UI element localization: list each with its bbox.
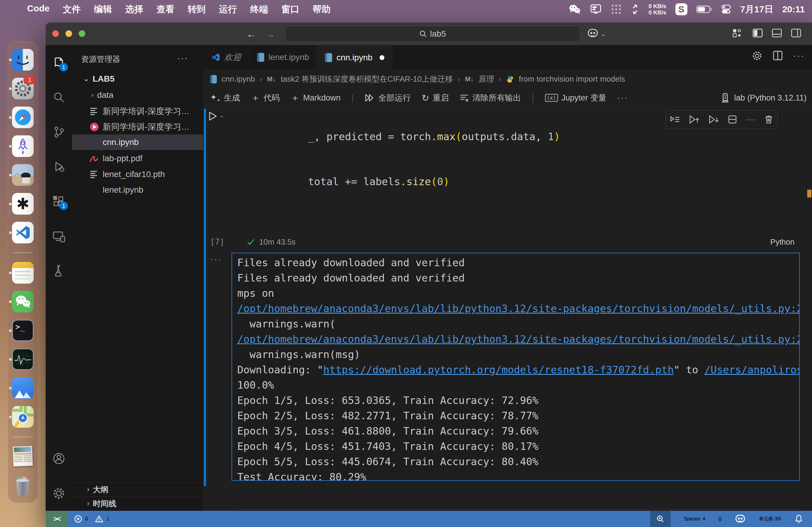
tree-item-lab-ppt-pdf[interactable]: lab-ppt.pdf (72, 151, 203, 166)
dock-activity-monitor[interactable] (12, 348, 34, 370)
output-more-actions[interactable]: ··· (210, 254, 222, 264)
menu-run[interactable]: 运行 (219, 3, 237, 16)
add-code-cell-button[interactable]: ＋ 代码 (251, 92, 280, 104)
more-actions-icon[interactable]: ··· (793, 50, 805, 61)
tree-item-data[interactable]: › data (72, 87, 203, 103)
warnings-count[interactable]: 1 (106, 516, 109, 522)
menu-view[interactable]: 查看 (157, 3, 174, 16)
menubar-date[interactable]: 7月17日 (740, 3, 773, 16)
manage-gear-icon[interactable] (52, 487, 66, 500)
generate-button[interactable]: ✦✦ 生成 (210, 92, 240, 103)
dock-vscode[interactable] (12, 222, 34, 243)
dock-system-settings[interactable]: 1 (12, 78, 34, 99)
breadcrumb-symbol[interactable]: from torchvision import models (519, 74, 625, 84)
dirty-dot-icon[interactable] (380, 55, 385, 60)
dock-notes[interactable] (12, 262, 34, 284)
search-sidebar-icon[interactable] (52, 91, 66, 104)
source-control-icon[interactable] (52, 125, 66, 139)
close-window-button[interactable] (52, 30, 59, 37)
errors-count[interactable]: 0 (85, 516, 88, 522)
dock-document-stack[interactable] (12, 446, 34, 468)
cell-output[interactable]: Files already downloaded and verified Fi… (232, 253, 800, 481)
dock-chatgpt[interactable]: ✱ (12, 193, 34, 214)
tree-root-lab5[interactable]: ⌄ LAB5 (72, 71, 203, 87)
cell-indicator[interactable]: 单元格 3/5 (759, 516, 781, 522)
testing-beaker-icon[interactable] (52, 264, 66, 277)
minimize-window-button[interactable] (66, 30, 72, 37)
restart-button[interactable]: ↻ 重启 (422, 92, 449, 103)
menu-window[interactable]: 窗口 (281, 3, 300, 16)
menu-terminal[interactable]: 终端 (250, 3, 268, 16)
remote-indicator[interactable]: >< (46, 511, 68, 527)
execute-cells-in-section-icon[interactable] (670, 115, 680, 124)
chevron-down-icon[interactable]: ⌄ (600, 30, 606, 38)
dock-safari[interactable] (12, 107, 34, 128)
menu-selection[interactable]: 选择 (125, 3, 143, 16)
run-options-chevron-icon[interactable]: ⌄ (219, 112, 224, 119)
delete-cell-icon[interactable] (764, 115, 773, 124)
clear-outputs-button[interactable]: 清除所有输出 (460, 92, 521, 103)
back-button[interactable]: ← (246, 28, 257, 40)
dock-maps[interactable] (12, 406, 34, 428)
split-cell-icon[interactable] (728, 115, 737, 124)
menu-go[interactable]: 转到 (188, 3, 206, 16)
tree-item-cnn-ipynb[interactable]: cnn.ipynb (72, 134, 203, 150)
dock-trash[interactable] (12, 475, 34, 497)
menu-edit[interactable]: 编辑 (94, 3, 112, 16)
surge-menubar-icon[interactable]: S (676, 3, 687, 15)
toggle-panel-icon[interactable] (772, 28, 782, 38)
menu-file[interactable]: 文件 (63, 3, 81, 16)
tab-cnn-ipynb[interactable]: cnn.ipynb (317, 45, 392, 70)
dock-rocket-app[interactable] (12, 135, 34, 157)
network-arrows-icon[interactable] (630, 4, 640, 15)
network-speed[interactable]: 0 KB/s0 KB/s (649, 3, 666, 16)
notifications-bell-icon[interactable] (795, 514, 803, 523)
tree-item-doc1[interactable]: 新同学培训-深度学习… (72, 104, 203, 119)
dock-terminal[interactable]: >_ (12, 320, 34, 341)
breadcrumb-principle[interactable]: 原理 (478, 74, 494, 84)
add-markdown-cell-button[interactable]: ＋ Markdown (291, 92, 341, 104)
control-center-icon[interactable] (721, 4, 731, 14)
braces-indicator[interactable]: {} (719, 516, 722, 522)
notebook-settings-gear-icon[interactable] (752, 50, 763, 61)
spaces-indicator[interactable]: Spaces: 4 (684, 516, 705, 522)
explorer-more-actions[interactable]: ··· (177, 53, 188, 63)
menu-app-name[interactable]: Code (27, 3, 49, 16)
extensions-icon[interactable]: 1 (52, 195, 66, 208)
run-all-button[interactable]: 全部运行 (365, 92, 411, 103)
tab-lenet-ipynb[interactable]: lenet.ipynb (249, 45, 317, 70)
dock-preview-window[interactable] (12, 164, 34, 186)
tree-item-media[interactable]: 新同学培训-深度学习… (72, 119, 203, 135)
warnings-icon[interactable] (95, 515, 104, 523)
battery-icon[interactable] (696, 5, 712, 13)
explorer-icon[interactable]: 1 (52, 57, 66, 70)
dock-wechat[interactable] (12, 291, 34, 313)
menubar-clock[interactable]: 20:11 (782, 4, 805, 14)
menu-help[interactable]: 帮助 (313, 3, 331, 16)
tab-welcome[interactable]: 欢迎 (203, 45, 249, 70)
timeline-section[interactable]: › 时间线 (72, 496, 203, 511)
kernel-picker[interactable]: lab (Python 3.12.11) (721, 89, 807, 107)
launchpad-grid-icon[interactable] (611, 4, 622, 15)
customize-layout-icon[interactable] (732, 28, 742, 38)
execute-cell-and-below-icon[interactable] (708, 115, 719, 124)
forward-button[interactable]: → (265, 28, 275, 40)
cell-more-actions-icon[interactable]: ··· (746, 115, 756, 124)
cell-language[interactable]: Python (770, 237, 795, 247)
split-editor-icon[interactable] (773, 50, 783, 61)
command-center-search[interactable]: lab5 (285, 26, 580, 42)
breadcrumb-task2[interactable]: task2 将预训练深度卷积模型在CIFAR-10上做迁移 (281, 74, 453, 84)
copilot-status-icon[interactable] (735, 514, 745, 524)
zoom-status-button[interactable] (650, 511, 670, 527)
remote-explorer-icon[interactable] (52, 230, 66, 243)
tree-item-lenet-pth[interactable]: lenet_cifar10.pth (72, 167, 203, 182)
run-cell-button[interactable] (208, 111, 217, 121)
tree-item-lenet-ipynb[interactable]: lenet.ipynb (72, 182, 203, 198)
jupyter-variables-button[interactable]: (x) Jupyter 变量 (545, 92, 607, 103)
zoom-window-button[interactable] (79, 30, 85, 37)
dock-mountains-app[interactable] (12, 377, 34, 399)
outline-section[interactable]: › 大纲 (72, 482, 203, 496)
toggle-secondary-sidebar-icon[interactable] (791, 28, 801, 38)
toolbar-more-icon[interactable]: ··· (618, 93, 628, 103)
copilot-icon[interactable] (587, 28, 598, 39)
